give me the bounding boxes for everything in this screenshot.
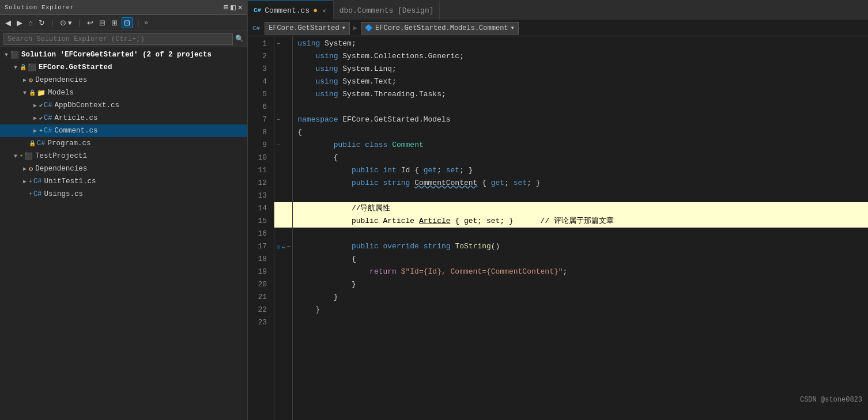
tab-comment-close[interactable]: ✕ [321, 6, 327, 15]
ln-12: 12 [252, 177, 267, 190]
fold-17[interactable]: ⊙ ✏ − [274, 240, 292, 253]
tree-appdbcontext[interactable]: ▶ ✔ C# AppDbContext.cs [0, 99, 247, 112]
tab-comment-cs-icon: C# [254, 7, 261, 14]
program-icon: C# [37, 139, 45, 147]
method-tostring: ToString [455, 240, 490, 253]
dep1-label: Dependencies [35, 76, 87, 84]
tab-dbo-comments[interactable]: dbo.Comments [Design] [334, 1, 440, 20]
tree-article[interactable]: ▶ ✔ C# Article.cs [0, 112, 247, 124]
tree-project-efcore[interactable]: ▼ 🔒 ⬛ EFCore.GetStarted [0, 61, 247, 74]
code-line-23 [293, 316, 868, 329]
tree-testproject[interactable]: ▼ + ⬛ TestProject1 [0, 150, 247, 162]
breadcrumb-right[interactable]: 🔷 EFCore.GetStarted.Models.Comment ▾ [361, 22, 519, 35]
fold-icon-17[interactable]: − [286, 244, 290, 250]
main-layout: Solution Explorer ⊞ ◧ ✕ ◀ ▶ ⌂ ↻ | ⊙ ▾ | … [0, 0, 868, 420]
code-line-17: public override string ToString() [293, 240, 868, 253]
ln-9: 9 [252, 139, 267, 152]
efcore-arrow: ▼ [12, 65, 20, 71]
breadcrumb-left[interactable]: EFCore.GetStarted ▾ [265, 22, 350, 35]
breadcrumb-right-arrow: ▾ [511, 24, 515, 32]
code-line-13 [293, 190, 868, 202]
code-line-21: } [293, 291, 868, 304]
fold-gutter: − − − ⊙ ✏ − [274, 36, 293, 420]
fold-10 [274, 152, 292, 164]
code-content[interactable]: using System; using System.Collections.G… [293, 36, 868, 420]
tree-usings[interactable]: + C# Usings.cs [0, 188, 247, 200]
kw-override: override [383, 240, 419, 253]
fold-3 [274, 63, 292, 75]
se-history-btn[interactable]: ⊙ ▾ [58, 18, 74, 28]
type-comment: Comment [392, 139, 424, 152]
comment-icon: C# [44, 127, 52, 135]
ln-13: 13 [252, 190, 267, 202]
se-expand-btn[interactable]: ⊞ [110, 18, 119, 28]
fold-22 [274, 304, 292, 316]
tree-unittest1[interactable]: ▶ + C# UnitTest1.cs [0, 175, 247, 188]
se-pin-icon[interactable]: ⊞ [224, 2, 228, 12]
dep2-label: Dependencies [35, 165, 87, 173]
ln-14: 14 [252, 202, 267, 215]
code-line-8: { [293, 126, 868, 139]
usings-icon: C# [33, 190, 41, 198]
kw-public-15: public [352, 215, 379, 228]
kw-class: class [365, 139, 387, 152]
se-search-icon[interactable]: 🔍 [235, 35, 244, 43]
breadcrumb-right-label: EFCore.GetStarted.Models.Comment [375, 24, 508, 32]
se-filter-btn[interactable]: ⊡ [122, 17, 133, 28]
check-icon-appdb: ✔ [39, 102, 43, 109]
line-numbers: 1 2 3 4 5 6 7 8 9 10 11 12 13 14 15 16 1… [248, 36, 274, 420]
comment-arrow: ▶ [31, 127, 39, 134]
ln-22: 22 [252, 304, 267, 316]
se-title: Solution Explorer [5, 4, 74, 11]
kw-using-5: using [315, 88, 338, 101]
tree-dependencies-1[interactable]: ▶ ⚙ Dependencies [0, 74, 247, 86]
tree-program[interactable]: 🔒 C# Program.cs [0, 137, 247, 150]
fold-1[interactable]: − [274, 37, 292, 50]
kw-string-17: string [424, 240, 451, 253]
se-undo-btn[interactable]: ↩ [85, 18, 95, 28]
kw-string-12: string [383, 177, 410, 190]
models-arrow: ▼ [21, 90, 29, 96]
se-header-icons: ⊞ ◧ ✕ [224, 2, 243, 12]
kw-get-11: get [424, 164, 437, 177]
fold-21 [274, 291, 292, 304]
se-back-btn[interactable]: ◀ [3, 18, 13, 28]
tree-models-folder[interactable]: ▼ 🔒 📁 Models [0, 86, 247, 99]
ln-19: 19 [252, 266, 267, 278]
code-line-11: public int Id { get; set; } [293, 164, 868, 177]
lock-icon-program: 🔒 [29, 140, 36, 147]
se-close-icon[interactable]: ✕ [238, 2, 243, 12]
fold-23 [274, 316, 292, 329]
kw-using-4: using [315, 75, 338, 88]
fold-icon-9[interactable]: − [277, 142, 280, 149]
tree-solution[interactable]: ▼ ⬛ Solution 'EFCoreGetStarted' (2 of 2 … [0, 48, 247, 61]
models-folder-icon: 📁 [37, 89, 46, 97]
fold-7[interactable]: − [274, 113, 292, 126]
usings-label: Usings.cs [44, 190, 83, 198]
se-collapse-btn[interactable]: ⊟ [97, 18, 107, 28]
fold-2 [274, 50, 292, 63]
tab-comment-cs[interactable]: C# Comment.cs ● ✕ [248, 1, 334, 20]
se-home-btn[interactable]: ⌂ [27, 18, 35, 28]
fold-4 [274, 75, 292, 88]
se-dock-icon[interactable]: ◧ [231, 2, 235, 12]
kw-public-9: public [334, 139, 361, 152]
fold-icon-1[interactable]: − [277, 41, 280, 47]
fold-9[interactable]: − [274, 139, 292, 152]
tab-bar: C# Comment.cs ● ✕ dbo.Comments [Design] [248, 0, 868, 20]
fold-icon-7[interactable]: − [277, 117, 280, 123]
se-refresh-btn[interactable]: ↻ [37, 18, 47, 28]
bookmark-icon-17[interactable]: ⊙ [277, 243, 281, 251]
se-search-input[interactable] [3, 33, 233, 45]
code-line-1: using System; [293, 37, 868, 50]
se-tree: ▼ ⬛ Solution 'EFCoreGetStarted' (2 of 2 … [0, 47, 247, 420]
pencil-icon-17[interactable]: ✏ [282, 243, 286, 251]
appdbcontext-arrow: ▶ [31, 102, 39, 109]
code-line-10: { [293, 152, 868, 164]
code-line-7: namespace EFCore.GetStarted.Models [293, 113, 868, 126]
se-forward-btn[interactable]: ▶ [15, 18, 24, 28]
tree-dependencies-2[interactable]: ▶ ⚙ Dependencies [0, 162, 247, 175]
tree-comment[interactable]: ▶ + C# Comment.cs [0, 124, 247, 137]
solution-explorer-header: Solution Explorer ⊞ ◧ ✕ [0, 0, 247, 15]
article-arrow: ▶ [31, 115, 39, 122]
